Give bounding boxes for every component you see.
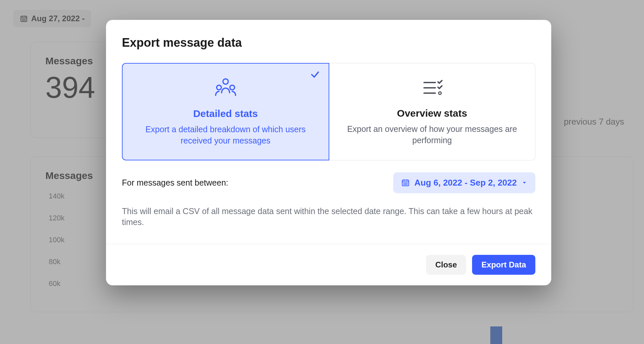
date-row: For messages sent between: Aug 6, 2022 -… [122,172,535,193]
checkmark-icon [310,70,320,80]
helper-text: This will email a CSV of all message dat… [122,206,535,228]
export-button[interactable]: Export Data [472,255,535,275]
modal-body: Export message data Detailed sta [106,20,551,244]
date-range-picker[interactable]: Aug 6, 2022 - Sep 2, 2022 [393,172,535,193]
svg-point-21 [404,183,404,184]
export-option-group: Detailed stats Export a detailed breakdo… [122,63,535,160]
svg-point-22 [405,183,405,184]
option-detailed-stats[interactable]: Detailed stats Export a detailed breakdo… [122,63,329,160]
svg-point-26 [406,184,407,185]
svg-point-10 [223,79,228,84]
svg-point-12 [230,85,235,90]
option-detailed-desc: Export a detailed breakdown of which use… [136,124,315,146]
close-button[interactable]: Close [426,255,466,275]
export-modal: Export message data Detailed sta [106,20,551,285]
modal-footer: Close Export Data [106,244,551,285]
modal-title: Export message data [122,36,535,50]
option-overview-title: Overview stats [343,108,522,119]
date-label: For messages sent between: [122,178,228,188]
checklist-icon [419,75,445,100]
caret-down-icon [521,180,527,186]
option-detailed-title: Detailed stats [136,108,315,119]
people-icon [213,76,238,101]
date-picker-value: Aug 6, 2022 - Sep 2, 2022 [414,178,517,188]
svg-point-25 [405,184,405,185]
option-overview-stats[interactable]: Overview stats Export an overview of how… [329,63,536,160]
svg-point-11 [217,85,221,90]
calendar-icon [401,178,410,187]
option-overview-desc: Export an overview of how your messages … [343,124,522,146]
svg-point-24 [404,184,404,185]
svg-point-23 [406,183,407,184]
svg-point-16 [439,92,441,94]
